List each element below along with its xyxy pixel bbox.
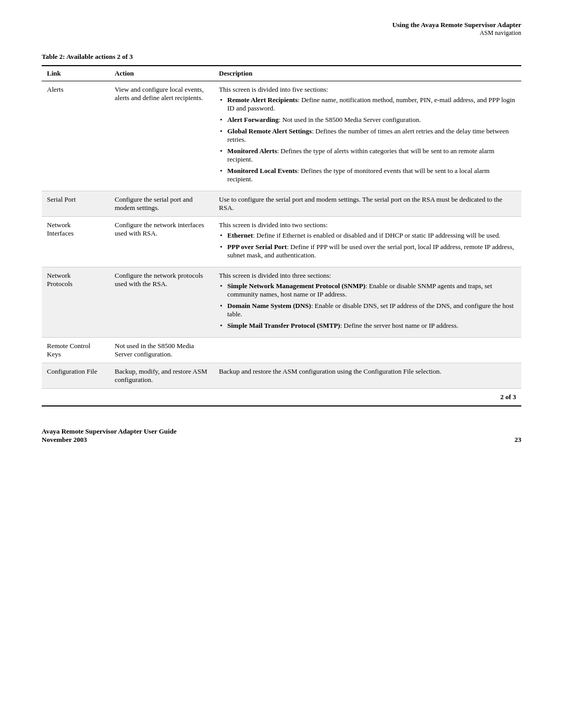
cell-link: Network Protocols <box>42 267 109 338</box>
header-subtitle: ASM navigation <box>42 29 521 37</box>
cell-description: Use to configure the serial port and mod… <box>214 191 521 217</box>
desc-bullets: Ethernet: Define if Ethernet is enabled … <box>219 231 516 260</box>
bullet-term: Global Remote Alert Settings <box>227 127 312 135</box>
desc-bullets: Remote Alert Recipients: Define name, no… <box>219 96 516 183</box>
cell-description <box>214 338 521 363</box>
table-row: Remote Control KeysNot used in the S8500… <box>42 338 521 363</box>
table-header-row: Link Action Description <box>42 66 521 81</box>
page-indicator-row: 2 of 3 <box>42 389 521 406</box>
cell-description: This screen is divided into five section… <box>214 81 521 191</box>
table-row: Network InterfacesConfigure the network … <box>42 217 521 267</box>
table-row: Network ProtocolsConfigure the network p… <box>42 267 521 338</box>
cell-link: Network Interfaces <box>42 217 109 267</box>
page-indicator: 2 of 3 <box>42 389 521 406</box>
bullet-item: Remote Alert Recipients: Define name, no… <box>219 96 516 113</box>
table-row: AlertsView and configure local events, a… <box>42 81 521 191</box>
desc-intro: This screen is divided into two sections… <box>219 221 516 229</box>
bullet-item: Simple Network Management Protocol (SNMP… <box>219 282 516 299</box>
bullet-term: Domain Name System (DNS) <box>227 302 311 310</box>
bullet-term: Alert Forwarding <box>227 116 279 124</box>
table-title: Table 2: Available actions 2 of 3 <box>42 53 521 61</box>
page-header: Using the Avaya Remote Supervisor Adapte… <box>42 21 521 37</box>
bullet-term: Remote Alert Recipients <box>227 96 298 104</box>
bullet-term: Simple Mail Transfer Protocol (SMTP) <box>227 322 340 329</box>
bullet-term: Monitored Local Events <box>227 167 297 175</box>
table-row: Serial PortConfigure the serial port and… <box>42 191 521 217</box>
cell-action: Not used in the S8500 Media Server confi… <box>109 338 214 363</box>
col-header-description: Description <box>214 66 521 81</box>
desc-intro: This screen is divided into three sectio… <box>219 272 516 280</box>
cell-description: This screen is divided into two sections… <box>214 217 521 267</box>
bullet-item: PPP over Serial Port: Define if PPP will… <box>219 243 516 260</box>
cell-link: Serial Port <box>42 191 109 217</box>
footer-date: November 2003 <box>42 436 177 444</box>
bullet-term: PPP over Serial Port <box>227 243 287 251</box>
bullet-term: Simple Network Management Protocol (SNMP… <box>227 282 365 290</box>
bullet-item: Ethernet: Define if Ethernet is enabled … <box>219 231 516 240</box>
col-header-action: Action <box>109 66 214 81</box>
desc-intro: This screen is divided into five section… <box>219 85 516 94</box>
page-footer: Avaya Remote Supervisor Adapter User Gui… <box>42 427 521 444</box>
cell-action: Backup, modify, and restore ASM configur… <box>109 363 214 389</box>
cell-description: Backup and restore the ASM configuration… <box>214 363 521 389</box>
cell-action: View and configure local events, alerts … <box>109 81 214 191</box>
footer-title: Avaya Remote Supervisor Adapter User Gui… <box>42 427 177 436</box>
bullet-term: Ethernet <box>227 231 253 239</box>
cell-action: Configure the network protocols used wit… <box>109 267 214 338</box>
bullet-item: Domain Name System (DNS): Enable or disa… <box>219 302 516 318</box>
bullet-item: Monitored Local Events: Defines the type… <box>219 167 516 183</box>
actions-table: Link Action Description AlertsView and c… <box>42 65 521 406</box>
desc-bullets: Simple Network Management Protocol (SNMP… <box>219 282 516 330</box>
cell-link: Alerts <box>42 81 109 191</box>
bullet-item: Simple Mail Transfer Protocol (SMTP): De… <box>219 322 516 330</box>
col-header-link: Link <box>42 66 109 81</box>
bullet-item: Global Remote Alert Settings: Defines th… <box>219 127 516 144</box>
bullet-item: Alert Forwarding: Not used in the S8500 … <box>219 116 516 124</box>
desc-intro: Use to configure the serial port and mod… <box>219 195 516 212</box>
bullet-item: Monitored Alerts: Defines the type of al… <box>219 147 516 164</box>
desc-intro: Backup and restore the ASM configuration… <box>219 367 516 376</box>
footer-left: Avaya Remote Supervisor Adapter User Gui… <box>42 427 177 444</box>
cell-action: Configure the network interfaces used wi… <box>109 217 214 267</box>
cell-link: Configuration File <box>42 363 109 389</box>
cell-action: Configure the serial port and modem sett… <box>109 191 214 217</box>
cell-link: Remote Control Keys <box>42 338 109 363</box>
bullet-term: Monitored Alerts <box>227 147 277 155</box>
cell-description: This screen is divided into three sectio… <box>214 267 521 338</box>
table-row: Configuration FileBackup, modify, and re… <box>42 363 521 389</box>
header-title: Using the Avaya Remote Supervisor Adapte… <box>42 21 521 29</box>
footer-page-number: 23 <box>515 436 521 444</box>
